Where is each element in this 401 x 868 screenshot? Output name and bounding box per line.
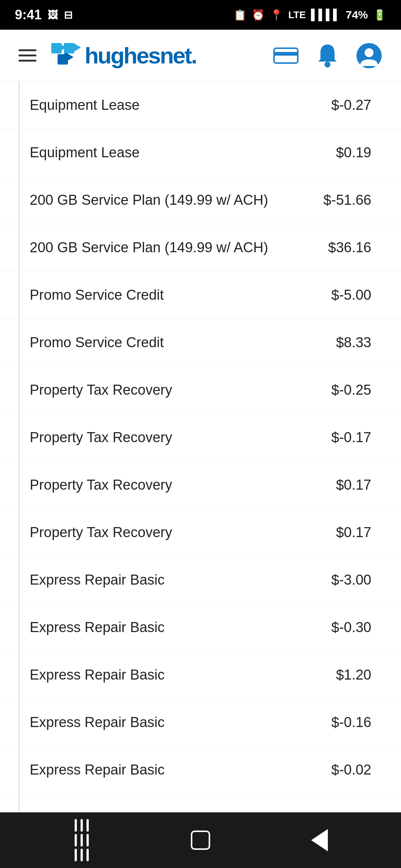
line-item-label: 200 GB Service Plan (149.99 w/ ACH) [30,192,268,208]
list-item: Express Repair Basic$-0.30 [0,604,401,651]
bottom-nav [0,812,401,868]
notifications-button[interactable] [314,42,341,69]
status-time: 9:41 [15,7,42,23]
line-item-label: Express Repair Basic [30,762,164,778]
logo: hughesnet. [51,42,196,69]
svg-rect-7 [274,52,298,56]
home-icon [191,831,210,850]
line-item-amount: $0.17 [336,477,371,493]
clipboard-icon: 📋 [234,9,247,21]
alarm-icon: ⏰ [252,9,265,21]
svg-point-8 [325,62,330,68]
line-items-list: Equipment Lease$-0.27Equipment Lease$0.1… [0,82,401,794]
recent-apps-button[interactable] [67,825,97,855]
line-item-amount: $8.33 [336,335,371,351]
user-icon [356,43,382,68]
list-item: Express Repair Basic$-0.16 [0,699,401,746]
photo-icon: 🖼 [48,9,58,21]
line-item-amount: $0.19 [336,145,371,161]
line-item-label: Promo Service Credit [30,335,164,351]
back-icon [311,829,328,851]
status-bar: 9:41 🖼 ⊟ 📋 ⏰ 📍 LTE ▌▌▌▌ 74% 🔋 [0,0,401,30]
line-item-label: Express Repair Basic [30,572,164,588]
back-button[interactable] [304,825,334,855]
list-item: 200 GB Service Plan (149.99 w/ ACH)$-51.… [0,177,401,224]
screenshot-icon: ⊟ [64,9,72,21]
line-item-label: Promo Service Credit [30,287,164,303]
status-left: 9:41 🖼 ⊟ [15,7,72,23]
line-item-amount: $-5.00 [331,287,371,303]
line-item-label: Express Repair Basic [30,619,164,635]
list-item: Promo Service Credit$8.33 [0,319,401,366]
logo-text: hughesnet. [85,42,196,69]
left-divider [19,82,20,812]
line-item-label: Property Tax Recovery [30,525,172,540]
line-item-label: Equipment Lease [30,97,140,113]
list-item: Property Tax Recovery$0.17 [0,461,401,509]
line-item-label: Equipment Lease [30,145,140,161]
line-item-label: Property Tax Recovery [30,477,172,493]
line-item-amount: $-0.25 [331,382,371,398]
menu-button[interactable] [19,49,36,62]
line-item-label: Property Tax Recovery [30,382,172,398]
line-item-amount: $1.20 [336,667,371,683]
list-item: 200 GB Service Plan (149.99 w/ ACH)$36.1… [0,224,401,272]
line-item-amount: $-0.27 [331,97,371,113]
line-item-amount: $-0.17 [331,430,371,445]
header: hughesnet. [0,30,401,82]
line-item-label: Express Repair Basic [30,667,164,683]
line-item-amount: $36.16 [328,240,371,256]
line-item-label: Express Repair Basic [30,714,164,730]
list-item: Express Repair Basic$-0.02 [0,746,401,794]
line-item-amount: $0.17 [336,525,371,540]
home-button[interactable] [186,825,215,855]
line-item-amount: $-51.66 [323,192,371,208]
bell-icon [317,43,338,68]
logo-diamonds-icon [51,43,81,65]
list-item: Property Tax Recovery$0.17 [0,509,401,556]
status-right: 📋 ⏰ 📍 LTE ▌▌▌▌ 74% 🔋 [234,9,386,21]
battery-text: 74% [346,9,368,21]
list-item: Property Tax Recovery$-0.25 [0,366,401,414]
list-item: Express Repair Basic$1.20 [0,651,401,699]
account-button[interactable] [356,42,382,69]
payment-button[interactable] [273,42,299,69]
list-item: Express Repair Basic$-3.00 [0,556,401,604]
recent-apps-icon [75,819,89,861]
list-item: Property Tax Recovery$-0.17 [0,414,401,461]
location-icon: 📍 [270,9,283,21]
list-item: Equipment Lease$0.19 [0,129,401,177]
line-item-label: Property Tax Recovery [30,430,172,445]
line-item-amount: $-0.30 [331,619,371,635]
svg-point-10 [365,48,374,57]
credit-card-icon [273,46,299,65]
line-item-amount: $-0.02 [331,762,371,778]
content-area: Equipment Lease$-0.27Equipment Lease$0.1… [0,82,401,794]
list-item: Equipment Lease$-0.27 [0,82,401,129]
line-item-amount: $-3.00 [331,572,371,588]
battery-icon: 🔋 [373,9,386,21]
lte-icon: LTE [288,9,306,21]
signal-icon: ▌▌▌▌ [311,9,340,21]
header-icons [273,42,382,69]
header-left: hughesnet. [19,42,196,69]
list-item: Promo Service Credit$-5.00 [0,272,401,319]
line-item-amount: $-0.16 [331,714,371,730]
line-item-label: 200 GB Service Plan (149.99 w/ ACH) [30,240,268,256]
